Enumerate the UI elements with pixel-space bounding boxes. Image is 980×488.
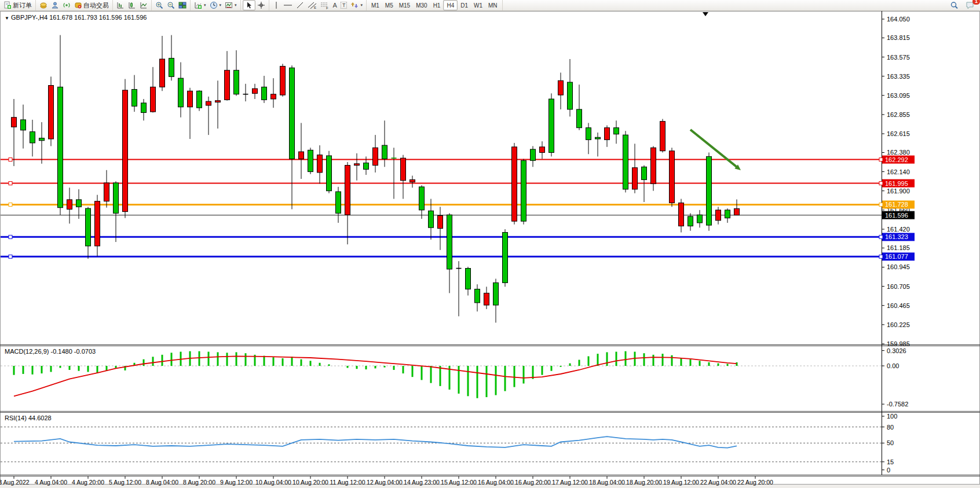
time-label: 5 Aug 12:00	[109, 479, 141, 486]
timeframe-mn[interactable]: MN	[485, 1, 500, 10]
candle-body	[299, 152, 304, 159]
candle-body	[280, 66, 286, 95]
horizontal-line-button[interactable]	[281, 1, 294, 10]
text-icon: A	[333, 2, 337, 9]
timeframe-d1[interactable]: D1	[458, 1, 471, 10]
text-label-button[interactable]: T	[339, 1, 349, 10]
candle-body	[49, 86, 54, 139]
candle-body	[123, 90, 128, 212]
candle-body	[623, 135, 628, 189]
candle-body	[95, 201, 100, 246]
candle-body	[577, 109, 582, 128]
svg-text:164.050: 164.050	[887, 16, 910, 23]
candle-body	[215, 101, 221, 102]
svg-text:162.855: 162.855	[887, 111, 910, 118]
bar-chart-button[interactable]	[115, 1, 126, 10]
svg-text:80: 80	[887, 424, 894, 431]
candle-body	[188, 91, 193, 107]
timeframe-w1[interactable]: W1	[471, 1, 485, 10]
svg-text:162.292: 162.292	[885, 156, 908, 163]
candle-body	[21, 120, 26, 130]
svg-text:161.728: 161.728	[885, 201, 908, 208]
candle-body	[12, 118, 17, 127]
candlestick-chart-button[interactable]	[126, 1, 138, 10]
candle-body	[447, 215, 452, 269]
timeframe-m5[interactable]: M5	[382, 1, 396, 10]
cursor-icon	[245, 1, 253, 9]
candle-body	[401, 158, 406, 181]
timeframe-m30[interactable]: M30	[413, 1, 430, 10]
timeframe-h4[interactable]: H4	[443, 0, 458, 10]
candle-body	[132, 89, 137, 106]
collapse-triangle-icon[interactable]: ▼	[5, 16, 9, 21]
svg-text:160.705: 160.705	[887, 283, 910, 290]
text-button[interactable]: A	[331, 1, 339, 10]
candle-body	[651, 148, 656, 184]
candle-body	[39, 138, 45, 141]
svg-text:163.335: 163.335	[887, 73, 910, 80]
signals-button[interactable]	[61, 1, 72, 10]
crosshair-button[interactable]	[255, 1, 267, 10]
candle-body	[86, 208, 91, 246]
candle-body	[114, 183, 119, 213]
trendline-button[interactable]	[294, 1, 306, 10]
templates-button[interactable]: ▾	[223, 1, 239, 10]
symbol-header[interactable]: ▼ GBPJPY-,H4 161.678 161.793 161.596 161…	[5, 14, 147, 21]
candle-body	[466, 269, 471, 289]
community-button[interactable]	[49, 1, 61, 10]
candle-body	[586, 128, 591, 140]
search-button[interactable]	[948, 1, 960, 10]
candle-body	[725, 210, 730, 218]
candle-body	[679, 203, 684, 226]
cursor-button[interactable]	[243, 0, 255, 10]
timeframe-m1[interactable]: M1	[368, 1, 382, 10]
candle-body	[197, 91, 202, 108]
candle-body	[327, 156, 332, 191]
candle-body	[234, 70, 239, 94]
zoom-in-icon	[155, 1, 163, 9]
line-chart-button[interactable]	[138, 1, 149, 10]
ohlc-readout: 161.678 161.793 161.596 161.596	[49, 14, 147, 21]
candle-body	[253, 89, 258, 93]
time-label: 12 Aug 04:00	[367, 479, 403, 486]
candle-body	[382, 145, 387, 159]
candle-body	[76, 200, 82, 207]
candle-body	[429, 211, 434, 228]
community-icon	[51, 1, 59, 9]
svg-text:161.420: 161.420	[887, 226, 910, 233]
vertical-line-button[interactable]	[271, 1, 281, 10]
svg-text:161.900: 161.900	[887, 188, 910, 195]
arrows-button[interactable]: ▾	[349, 1, 364, 10]
comments-button[interactable]: 1	[964, 1, 977, 10]
trendline-icon	[296, 1, 304, 9]
zoom-out-icon	[167, 1, 175, 9]
svg-text:163.575: 163.575	[887, 54, 910, 61]
periods-icon	[210, 1, 218, 9]
candle-body	[512, 147, 517, 221]
periods-button[interactable]: ▾	[208, 1, 224, 10]
candle-body	[605, 128, 610, 140]
templates-caret: ▾	[235, 3, 237, 8]
autotrade-button[interactable]: 自动交易	[72, 1, 111, 10]
candle-body	[225, 70, 230, 100]
svg-text:161.995: 161.995	[885, 180, 908, 187]
new-order-label: 新订单	[13, 1, 32, 10]
zoom-in-button[interactable]	[153, 1, 165, 10]
zoom-out-button[interactable]	[165, 1, 177, 10]
svg-text:160.225: 160.225	[887, 321, 910, 328]
tile-windows-button[interactable]	[177, 1, 188, 10]
tile-windows-icon	[178, 1, 187, 9]
equidistant-channel-button[interactable]: E	[306, 1, 319, 10]
indicators-button[interactable]: ▾	[192, 1, 208, 10]
timeframe-h1[interactable]: H1	[430, 1, 444, 10]
chart-canvas[interactable]: 164.050163.815163.575163.335163.095162.8…	[0, 0, 980, 488]
candle-body	[30, 132, 35, 143]
fibonacci-button[interactable]: F	[319, 1, 331, 10]
periods-caret: ▾	[220, 3, 222, 8]
funds-button[interactable]	[38, 1, 49, 10]
timeframe-m15[interactable]: M15	[396, 1, 413, 10]
new-order-button[interactable]: 新订单	[2, 1, 34, 10]
candle-body	[614, 128, 619, 134]
search-icon	[950, 1, 959, 10]
candle-body	[670, 151, 675, 203]
